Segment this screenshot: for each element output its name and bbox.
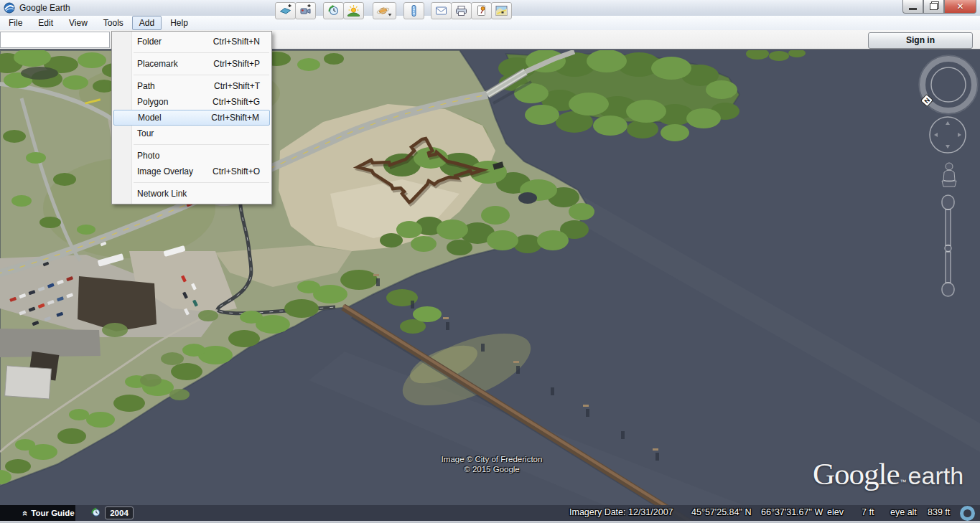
menu-item-placemark[interactable]: Placemark Ctrl+Shift+P xyxy=(113,56,270,72)
longitude-readout: 66°37'31.67" W xyxy=(761,507,823,517)
chevron-up-icon: « xyxy=(20,510,31,515)
building-flat xyxy=(0,329,101,357)
menu-separator xyxy=(134,182,269,183)
menu-separator xyxy=(134,52,269,53)
historical-imagery-button[interactable] xyxy=(323,2,344,19)
google-earth-window: N Image © City of Fredericton xyxy=(0,0,980,523)
save-image-icon xyxy=(475,4,488,17)
menu-item-polygon[interactable]: Polygon Ctrl+Shift+G xyxy=(113,94,270,110)
menu-item-tour[interactable]: Tour xyxy=(113,126,270,141)
menu-item-network-link[interactable]: Network Link xyxy=(113,186,270,202)
window-title: Google Earth xyxy=(19,3,70,13)
dropdown-caret xyxy=(388,14,392,17)
add-dropdown-menu: Folder Ctrl+Shift+N Placemark Ctrl+Shift… xyxy=(111,31,272,204)
menu-tools[interactable]: Tools xyxy=(96,16,131,30)
planets-button[interactable] xyxy=(373,2,396,19)
attribution-line2: © 2015 Google xyxy=(384,464,599,474)
envelope-icon xyxy=(434,4,448,17)
status-bar: « Tour Guide Imagery Date: 12/31/2007 45… xyxy=(0,505,980,521)
eye-alt-label: eye alt xyxy=(890,507,917,517)
email-button[interactable] xyxy=(431,2,452,19)
menu-view[interactable]: View xyxy=(62,16,95,30)
menu-file[interactable]: File xyxy=(1,16,29,30)
menu-separator xyxy=(134,75,269,75)
print-button[interactable] xyxy=(451,2,472,19)
menu-add[interactable]: Add xyxy=(132,16,162,30)
imagery-year-badge[interactable]: 2004 xyxy=(105,506,134,519)
attribution-line1: Image © City of Fredericton xyxy=(384,454,599,464)
save-image-button[interactable] xyxy=(471,2,492,19)
historical-imagery-clock-icon[interactable] xyxy=(90,507,101,518)
eye-alt-value: 839 ft xyxy=(928,507,950,517)
menu-item-model[interactable]: Model Ctrl+Shift+M xyxy=(113,110,270,126)
menu-item-photo[interactable]: Photo xyxy=(113,148,270,164)
sun-icon xyxy=(347,4,360,17)
tour-guide-label: Tour Guide xyxy=(31,509,74,517)
view-in-maps-button[interactable] xyxy=(491,2,512,19)
app-icon xyxy=(4,2,15,14)
google-earth-logo: Google ™ earth xyxy=(813,456,963,491)
menu-item-image-overlay[interactable]: Image Overlay Ctrl+Shift+O xyxy=(113,164,270,179)
restore-button[interactable] xyxy=(923,0,944,14)
tour-guide-toggle[interactable]: « Tour Guide xyxy=(0,505,75,521)
imagery-date: Imagery Date: 12/31/2007 xyxy=(569,507,673,517)
menu-edit[interactable]: Edit xyxy=(31,16,60,30)
pond xyxy=(518,192,537,204)
video-camera-icon xyxy=(299,4,312,17)
add-image-overlay-button[interactable] xyxy=(275,2,296,19)
menu-help[interactable]: Help xyxy=(163,16,195,30)
toolbar-left-panel xyxy=(0,32,110,48)
saturn-icon xyxy=(376,4,393,17)
map-icon xyxy=(495,4,508,17)
menu-item-path[interactable]: Path Ctrl+Shift+T xyxy=(113,78,270,94)
streaming-indicator-icon xyxy=(960,506,975,521)
image-overlay-icon xyxy=(279,4,292,17)
minimize-button[interactable] xyxy=(902,0,923,14)
printer-icon xyxy=(454,4,468,17)
elev-value: 7 ft xyxy=(862,507,874,517)
record-tour-button[interactable] xyxy=(295,2,316,19)
sign-in-button[interactable]: Sign in xyxy=(868,32,973,49)
latitude-readout: 45°57'25.84" N xyxy=(691,507,751,517)
close-button[interactable]: ✕ xyxy=(944,0,976,14)
ruler-icon xyxy=(407,4,421,17)
logo-trademark: ™ xyxy=(900,479,907,486)
ruler-button[interactable] xyxy=(403,2,424,19)
logo-earth-text: earth xyxy=(908,462,964,490)
imagery-attribution: Image © City of Fredericton © 2015 Googl… xyxy=(384,454,599,474)
menu-item-folder[interactable]: Folder Ctrl+Shift+N xyxy=(113,34,270,50)
building-white xyxy=(5,366,52,399)
sunlight-button[interactable] xyxy=(343,2,364,19)
logo-google-text: Google xyxy=(813,456,900,491)
clock-history-icon xyxy=(327,4,340,17)
menu-separator xyxy=(134,144,269,145)
elev-label: elev xyxy=(827,507,844,517)
